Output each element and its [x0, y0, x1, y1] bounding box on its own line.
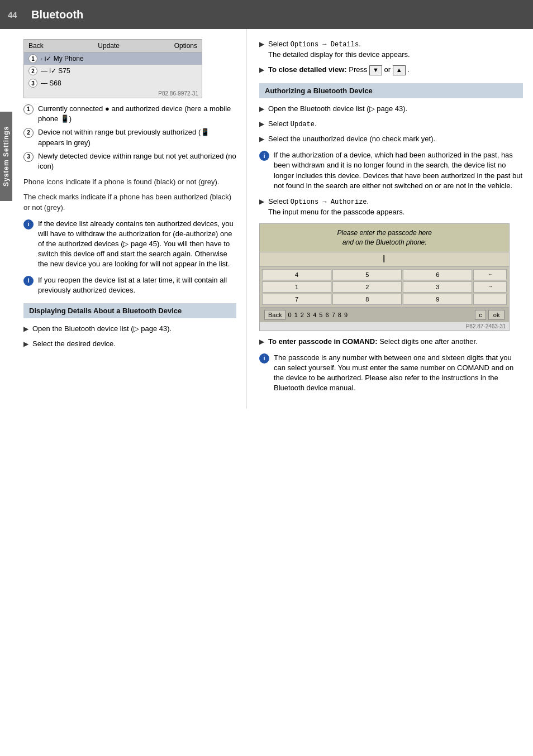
passcode-c-btn: c: [475, 310, 486, 320]
arrow-icon-r1: ▶: [259, 40, 265, 49]
arrow-icon-r3b: ▶: [259, 119, 265, 129]
left-arrow-text-2: Select the desired device.: [32, 339, 116, 350]
right-arrow-3c: ▶ Select the unauthorized device (no che…: [259, 134, 523, 145]
arrow-icon-r2: ▶: [259, 65, 265, 75]
enter-passcode-text: To enter passcode in COMAND: Select digi…: [268, 337, 478, 347]
info-icon-r1: i: [259, 151, 269, 161]
info-text-2: If you reopen the device list at a later…: [38, 275, 236, 295]
main-content: Back Update Options 1 · i✓ My Phone 2 — …: [12, 29, 533, 409]
right-arrow-text-3c: Select the unauthorized device (no check…: [268, 134, 435, 145]
update-button-label: Update: [98, 42, 120, 50]
passcode-screen: Please enter the passcode here and on th…: [260, 224, 509, 252]
keypad-key: 3: [403, 281, 472, 293]
keypad-key: 9: [403, 294, 472, 305]
section-heading-details: Displaying Details About a Bluetooth Dev…: [23, 303, 236, 318]
num-circle-3: 3: [23, 152, 34, 162]
device-list-ref: P82.86-9972-31: [24, 89, 202, 98]
keypad-key: [473, 294, 507, 305]
keypad-key: →: [473, 281, 507, 293]
right-arrow-text-3b: Select Update.: [268, 119, 317, 130]
right-arrow-text-1: Select Options → Details.The detailed di…: [268, 39, 410, 60]
left-arrow-text-1: Open the Bluetooth device list (▷ page 4…: [32, 324, 172, 334]
options-button-label: Options: [174, 42, 197, 50]
passcode-ref: P82.87-2463-31: [260, 322, 509, 331]
num-text-2: Device not within range but previously a…: [38, 127, 236, 147]
device-name-2: — i✓ S75: [41, 67, 70, 75]
right-arrow-text-4: Select Options → Authorize.The input men…: [268, 197, 404, 218]
keypad-key: 8: [332, 294, 402, 305]
para-2: The check marks indicate if a phone has …: [23, 192, 236, 213]
keypad-key: ←: [473, 269, 507, 280]
info-icon-1: i: [23, 219, 34, 229]
info-icon-r2: i: [259, 353, 269, 363]
keypad-key: 7: [262, 294, 331, 305]
right-column: ▶ Select Options → Details.The detailed …: [247, 29, 533, 409]
arrow-icon-r3c: ▶: [259, 135, 265, 144]
device-list-header: Back Update Options: [24, 40, 202, 52]
right-arrow-2: ▶ To close detailed view: Press ▼ or ▲ .: [259, 65, 523, 75]
device-item-2: 2 — i✓ S75: [24, 65, 202, 77]
right-arrow-4: ▶ Select Options → Authorize.The input m…: [259, 197, 523, 218]
arrow-icon-l1: ▶: [23, 324, 29, 334]
page-header: 44 Bluetooth: [0, 0, 533, 29]
info-box-right-1: i If the authorization of a device, whic…: [259, 150, 523, 191]
right-arrow-1: ▶ Select Options → Details.The detailed …: [259, 39, 523, 60]
passcode-num-row: 0 1 2 3 4 5 6 7 8 9: [288, 312, 473, 318]
info-text-1: If the device list already contains ten …: [38, 219, 236, 270]
num-circle-2: 2: [23, 128, 34, 138]
key-down: ▼: [369, 65, 382, 75]
right-arrow-text-3a: Open the Bluetooth device list (▷ page 4…: [268, 104, 407, 114]
left-column: Back Update Options 1 · i✓ My Phone 2 — …: [12, 29, 247, 409]
back-button-label: Back: [28, 42, 44, 50]
sidebar-label: System Settings: [0, 112, 12, 201]
keypad-key: 6: [403, 269, 472, 280]
left-arrow-1: ▶ Open the Bluetooth device list (▷ page…: [23, 324, 236, 334]
info-text-r2: The passcode is any number with between …: [274, 353, 523, 394]
arrow-icon-l2: ▶: [23, 339, 29, 349]
device-item-3: 3 — S68: [24, 77, 202, 89]
enter-passcode-item: ▶ To enter passcode in COMAND: Select di…: [259, 337, 523, 347]
section-heading-authorize: Authorizing a Bluetooth Device: [259, 83, 523, 98]
info-icon-2: i: [23, 276, 34, 286]
device-name-3: — S68: [41, 79, 61, 87]
left-arrow-2: ▶ Select the desired device.: [23, 339, 236, 350]
right-arrow-3b: ▶ Select Update.: [259, 119, 523, 130]
passcode-entry-field: I: [260, 252, 509, 267]
info-box-left-1: i If the device list already contains te…: [23, 219, 236, 270]
key-up: ▲: [393, 65, 406, 75]
device-name-1: · i✓ My Phone: [41, 55, 84, 63]
keypad-key: 5: [332, 269, 402, 280]
num-item-3: 3 Newly detected device within range but…: [23, 151, 236, 171]
passcode-ok-btn: ok: [488, 310, 505, 320]
info-text-r1: If the authorization of a device, which …: [274, 150, 523, 191]
passcode-screen-line1: Please enter the passcode here: [268, 228, 501, 238]
device-num-1: 1: [28, 54, 37, 63]
arrow-icon-r4: ▶: [259, 197, 265, 207]
para-1: Phone icons indicate if a phone is found…: [23, 177, 236, 188]
passcode-back-btn: Back: [264, 310, 285, 320]
info-box-right-2: i The passcode is any number with betwee…: [259, 353, 523, 394]
keypad-key: 4: [262, 269, 331, 280]
page-number: 44: [8, 10, 23, 20]
arrow-icon-r3a: ▶: [259, 104, 265, 114]
right-arrow-3a: ▶ Open the Bluetooth device list (▷ page…: [259, 104, 523, 114]
num-circle-1: 1: [23, 104, 34, 114]
arrow-icon-ep: ▶: [259, 337, 265, 347]
passcode-bottom-bar: Back 0 1 2 3 4 5 6 7 8 9 c ok: [260, 307, 509, 322]
num-text-3: Newly detected device within range but n…: [38, 151, 236, 171]
num-item-1: 1 Currently connected ● and authorized d…: [23, 104, 236, 124]
num-list: 1 Currently connected ● and authorized d…: [23, 104, 236, 171]
num-text-1: Currently connected ● and authorized dev…: [38, 104, 236, 124]
right-arrow-text-2: To close detailed view: Press ▼ or ▲ .: [268, 65, 410, 75]
num-item-2: 2 Device not within range but previously…: [23, 127, 236, 147]
keypad-key: 1: [262, 281, 331, 293]
info-box-left-2: i If you reopen the device list at a lat…: [23, 275, 236, 295]
device-num-3: 3: [28, 79, 37, 88]
passcode-image: Please enter the passcode here and on th…: [259, 223, 510, 331]
page-title: Bluetooth: [31, 8, 83, 21]
passcode-screen-line2: and on the Bluetooth phone:: [268, 238, 501, 247]
device-list-image: Back Update Options 1 · i✓ My Phone 2 — …: [23, 39, 202, 98]
device-num-2: 2: [28, 66, 37, 75]
device-item-1: 1 · i✓ My Phone: [24, 52, 202, 65]
keypad-key: 2: [332, 281, 402, 293]
